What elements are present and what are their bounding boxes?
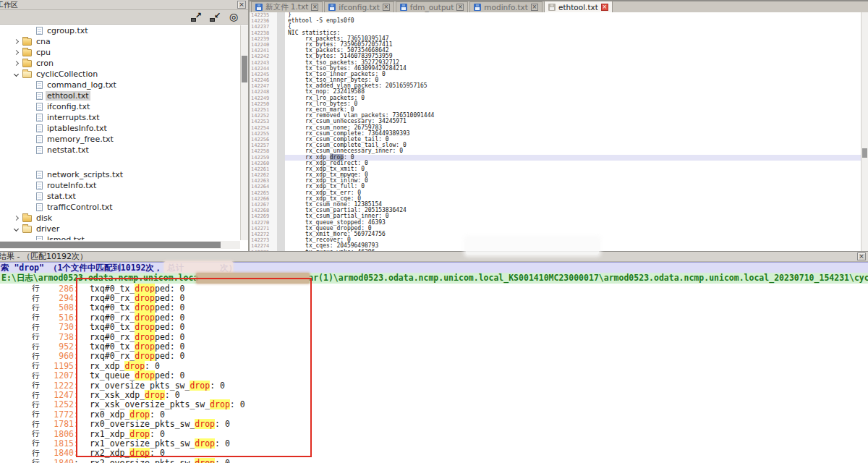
workspace-close-icon[interactable]: × (237, 1, 246, 9)
search-summary-line[interactable]: 索 "drop" （1个文件中匹配到10192次， 总计次） (0, 262, 868, 273)
bookmark-margin[interactable] (277, 161, 285, 166)
bookmark-margin[interactable] (277, 66, 285, 72)
result-row[interactable]: 行1772:rx0_xdp_drop: 0 (0, 409, 868, 419)
bookmark-margin[interactable] (277, 101, 285, 107)
tab-modinfo.txt[interactable]: modinfo.txt× (469, 1, 542, 12)
bookmark-margin[interactable] (277, 18, 285, 24)
tab-close-icon[interactable]: × (601, 4, 608, 11)
chevron-down-icon[interactable] (14, 72, 19, 77)
bookmark-margin[interactable] (277, 143, 285, 148)
bookmark-margin[interactable] (277, 30, 285, 36)
bookmark-margin[interactable] (277, 95, 285, 101)
result-row[interactable]: 行1247:rx_xsk_xdp_drop: 0 (0, 390, 868, 399)
tab-close-icon[interactable]: × (456, 4, 464, 11)
tree-item-ethtool.txt[interactable]: ethtool.txt (0, 90, 240, 101)
results-close-icon[interactable]: × (857, 252, 866, 260)
result-row[interactable]: 行1195:rx_xdp_drop: 0 (0, 361, 868, 370)
bookmark-margin[interactable] (277, 48, 285, 54)
bookmark-margin[interactable] (277, 125, 285, 131)
bookmark-margin[interactable] (277, 155, 285, 161)
bookmark-margin[interactable] (277, 36, 285, 42)
bookmark-margin[interactable] (277, 237, 285, 243)
bookmark-margin[interactable] (277, 113, 285, 119)
result-file-path-line[interactable]: E:\日志\armod0523.odata.ncmp.unicom.locaar… (0, 273, 868, 284)
tree-item-disk[interactable]: disk (0, 213, 240, 224)
tree-item-lsmod.txt[interactable]: lsmod.txt (0, 234, 240, 240)
expand-all-icon[interactable]: ↗ (190, 12, 202, 22)
bookmark-margin[interactable] (277, 172, 285, 178)
result-row[interactable]: 行1252:rx_xsk_oversize_pkts_sw_drop: 0 (0, 400, 868, 409)
bookmark-margin[interactable] (277, 184, 285, 190)
scrollbar-thumb[interactable] (862, 148, 867, 158)
result-row[interactable]: 行1222:rx_oversize_pkts_sw_drop: 0 (0, 381, 868, 390)
tree-item-network_scripts.txt[interactable]: network_scripts.txt (0, 169, 240, 180)
bookmark-margin[interactable] (277, 119, 285, 124)
editor-vertical-scrollbar[interactable] (861, 12, 868, 251)
chevron-right-icon[interactable] (14, 216, 19, 221)
bookmark-margin[interactable] (277, 190, 285, 196)
collapse-all-icon[interactable]: ↙ (209, 12, 221, 22)
locate-file-icon[interactable]: ◎ (228, 12, 239, 22)
tree-item-cyclicCollection[interactable]: cyclicCollection (0, 69, 240, 80)
bookmark-margin[interactable] (277, 42, 285, 48)
bookmark-margin[interactable] (277, 208, 285, 213)
chevron-right-icon[interactable] (14, 39, 19, 44)
editor-text-area[interactable]: 142235}142236ethtool -S enp1s0f0142237{1… (250, 12, 861, 251)
tree-item-trafficControl.txt[interactable]: trafficControl.txt (0, 202, 240, 213)
tree-item-command_log.txt[interactable]: command_log.txt (0, 80, 240, 90)
bookmark-margin[interactable] (277, 131, 285, 137)
bookmark-margin[interactable] (277, 213, 285, 219)
tab-fdm_output[interactable]: fdm_output× (396, 1, 468, 12)
result-row[interactable]: 行286:txq#0_tx_dropped: 0 (0, 284, 868, 293)
tree-vertical-scrollbar[interactable] (240, 25, 248, 240)
result-row[interactable]: 行294:rxq#0_rx_dropped: 0 (0, 293, 868, 302)
tree-item-interrupts.txt[interactable]: interrupts.txt (0, 112, 240, 123)
tree-item-ifconfig.txt[interactable]: ifconfig.txt (0, 101, 240, 112)
result-row[interactable]: 行1815:rx1_oversize_pkts_sw_drop: 0 (0, 438, 868, 448)
tree-item-iptablesInfo.txt[interactable]: iptablesInfo.txt (0, 123, 240, 134)
bookmark-margin[interactable] (277, 60, 285, 66)
bookmark-margin[interactable] (277, 107, 285, 113)
tree-item-memory_free.txt[interactable]: memory_free.txt (0, 134, 240, 145)
result-row[interactable]: 行508:txq#0_tx_dropped: 0 (0, 303, 868, 313)
bookmark-margin[interactable] (277, 72, 285, 77)
scrollbar-thumb[interactable] (0, 242, 221, 248)
bookmark-margin[interactable] (277, 12, 285, 18)
tree-item-cron[interactable]: cron (0, 58, 240, 69)
bookmark-margin[interactable] (277, 89, 285, 95)
result-row[interactable]: 行738:rxq#0_rx_dropped: 0 (0, 332, 868, 341)
bookmark-margin[interactable] (277, 83, 285, 89)
tree-item-cgroup.txt[interactable]: cgroup.txt (0, 25, 240, 36)
result-row[interactable]: 行1849:rx2_oversize_pkts_sw_drop: 0 (0, 458, 868, 463)
bookmark-margin[interactable] (277, 148, 285, 154)
bookmark-margin[interactable] (277, 226, 285, 232)
result-row[interactable]: 行730:txq#0_tx_dropped: 0 (0, 323, 868, 332)
bookmark-margin[interactable] (277, 202, 285, 208)
tree-item-cna[interactable]: cna (0, 36, 240, 47)
result-row[interactable]: 行952:txq#0_tx_dropped: 0 (0, 341, 868, 351)
bookmark-margin[interactable] (277, 137, 285, 143)
result-row[interactable]: 行1207:tx_queue_dropped: 0 (0, 371, 868, 381)
tab-ifconfig.txt[interactable]: ifconfig.txt× (324, 1, 394, 12)
bookmark-margin[interactable] (277, 54, 285, 59)
tab-close-icon[interactable]: × (531, 4, 538, 11)
bookmark-margin[interactable] (277, 232, 285, 237)
result-row[interactable]: 行960:rxq#0_rx_dropped: 0 (0, 352, 868, 361)
bookmark-margin[interactable] (277, 178, 285, 184)
bookmark-margin[interactable] (277, 77, 285, 83)
editor-line[interactable]: 142236ethtool -S enp1s0f0 (250, 18, 861, 24)
bookmark-margin[interactable] (277, 220, 285, 226)
editor-line[interactable]: 142237{ (250, 24, 861, 30)
tree-horizontal-scrollbar[interactable] (0, 241, 240, 249)
bookmark-margin[interactable] (277, 166, 285, 172)
result-row[interactable]: 行1781:rx0_oversize_pkts_sw_drop: 0 (0, 419, 868, 428)
bookmark-margin[interactable] (277, 243, 285, 249)
tree-item-driver[interactable]: driver (0, 224, 240, 234)
tree-item-stat.txt[interactable]: stat.txt (0, 191, 240, 202)
bookmark-margin[interactable] (277, 196, 285, 202)
tree-item-routeInfo.txt[interactable]: routeInfo.txt (0, 180, 240, 191)
tab-close-icon[interactable]: × (311, 4, 318, 11)
result-row[interactable]: 行1806:rx1_xdp_drop: 0 (0, 429, 868, 438)
scrollbar-thumb[interactable] (242, 56, 247, 82)
tree-item-cpu[interactable]: cpu (0, 47, 240, 58)
